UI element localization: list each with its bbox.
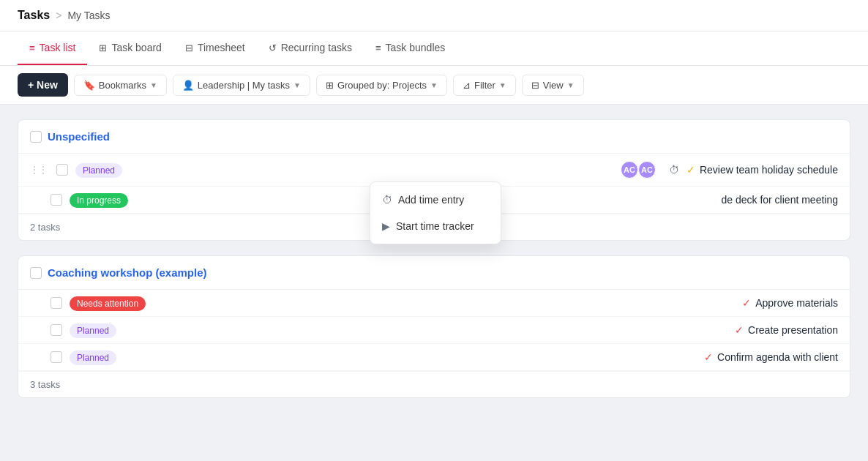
task-3-checkbox[interactable] (50, 297, 62, 309)
task-5-title: ✓ Confirm agenda with client (704, 351, 838, 363)
tab-task-bundles[interactable]: ≡ Task bundles (364, 31, 457, 65)
timesheet-icon: ⊟ (185, 42, 193, 53)
table-row: Planned ✓ Confirm agenda with client (18, 344, 850, 371)
new-button[interactable]: + New (18, 73, 68, 97)
checkmark-icon: ✓ (735, 324, 744, 336)
tab-recurring-tasks-label: Recurring tasks (281, 42, 352, 53)
group-coaching-checkbox[interactable] (30, 267, 42, 279)
bookmarks-button[interactable]: 🔖 Bookmarks ▼ (74, 75, 167, 96)
task-1-avatars: AC AC (621, 161, 656, 179)
task-3-status: Needs attention (70, 297, 157, 309)
grouped-icon: ⊞ (326, 80, 334, 91)
group-unspecified-title[interactable]: Unspecified (48, 130, 110, 143)
group-unspecified-checkbox[interactable] (30, 131, 42, 143)
toolbar: + New 🔖 Bookmarks ▼ 👤 Leadership | My ta… (0, 66, 868, 105)
group-unspecified-header: Unspecified (18, 120, 850, 154)
group-coaching-workshop: Coaching workshop (example) Needs attent… (18, 255, 850, 398)
add-time-entry-icon: ⏱ (382, 194, 392, 206)
context-chevron: ▼ (293, 81, 301, 89)
tab-timesheet-label: Timesheet (198, 42, 245, 53)
tab-task-board[interactable]: ⊞ Task board (87, 31, 173, 65)
avatar: AC (638, 161, 656, 179)
filter-icon: ⊿ (463, 80, 471, 91)
tabs-bar: ≡ Task list ⊞ Task board ⊟ Timesheet ↺ R… (0, 31, 868, 66)
filter-button[interactable]: ⊿ Filter ▼ (453, 75, 516, 96)
filter-label: Filter (474, 80, 495, 91)
status-badge: Planned (75, 163, 122, 178)
task-3-title-text: Approve materials (755, 297, 838, 309)
task-4-title: ✓ Create presentation (735, 324, 838, 336)
task-list-icon: ≡ (29, 42, 35, 53)
group-unspecified: Unspecified ⋮⋮ Planned AC AC ⏱ ✓ Review … (18, 119, 850, 241)
tab-task-bundles-label: Task bundles (386, 42, 446, 53)
view-label: View (543, 80, 564, 91)
add-time-entry-item[interactable]: ⏱ Add time entry (370, 187, 501, 213)
checkmark-icon: ✓ (686, 164, 695, 176)
task-5-checkbox[interactable] (50, 351, 62, 363)
bookmark-icon: 🔖 (83, 80, 95, 91)
task-1-status: Planned (75, 164, 163, 176)
task-3-title: ✓ Approve materials (742, 297, 838, 309)
task-2-title: de deck for client meeting (721, 194, 838, 206)
task-2-title-text: de deck for client meeting (721, 194, 838, 206)
status-badge: Needs attention (70, 296, 146, 311)
task-2-checkbox[interactable] (50, 194, 62, 206)
status-badge: Planned (70, 351, 116, 365)
context-label: Leadership | My tasks (198, 80, 290, 91)
grouped-label: Grouped by: Projects (337, 80, 427, 91)
time-dropdown-menu: ⏱ Add time entry ▶ Start time tracker (370, 181, 501, 244)
status-badge: In progress (70, 193, 128, 208)
context-button[interactable]: 👤 Leadership | My tasks ▼ (173, 75, 310, 96)
app-title: Tasks (18, 9, 50, 22)
recurring-tasks-icon: ↺ (269, 42, 277, 53)
task-1-title: ✓ Review team holiday schedule (686, 164, 838, 176)
start-time-tracker-label: Start time tracker (396, 220, 474, 232)
bookmarks-label: Bookmarks (99, 80, 146, 91)
filter-chevron: ▼ (499, 81, 506, 89)
avatar: AC (621, 161, 638, 179)
view-button[interactable]: ⊟ View ▼ (522, 75, 584, 96)
grouped-button[interactable]: ⊞ Grouped by: Projects ▼ (316, 75, 447, 96)
context-icon: 👤 (182, 80, 194, 91)
task-bundles-icon: ≡ (375, 42, 381, 53)
unspecified-tasks-count-text: 2 tasks (30, 222, 60, 233)
task-1-checkbox[interactable] (56, 164, 68, 176)
task-5-title-text: Confirm agenda with client (717, 351, 838, 363)
view-icon: ⊟ (531, 80, 539, 91)
tab-task-list[interactable]: ≡ Task list (18, 31, 87, 65)
tab-task-board-label: Task board (111, 42, 161, 53)
time-tracker-icon[interactable]: ⏱ (669, 164, 679, 176)
view-chevron: ▼ (567, 81, 575, 89)
breadcrumb-subtitle: My Tasks (67, 10, 110, 21)
task-4-title-text: Create presentation (748, 324, 838, 336)
breadcrumb-sep: > (56, 10, 61, 21)
main-content: Unspecified ⋮⋮ Planned AC AC ⏱ ✓ Review … (0, 105, 868, 461)
table-row: ⋮⋮ Planned AC AC ⏱ ✓ Review team holiday… (18, 154, 850, 187)
group-coaching-title[interactable]: Coaching workshop (example) (48, 266, 207, 279)
status-badge: Planned (70, 323, 116, 338)
table-row: Planned ✓ Create presentation (18, 317, 850, 344)
start-time-tracker-icon: ▶ (382, 220, 390, 232)
group-coaching-count: 3 tasks (18, 371, 850, 397)
drag-handle-icon[interactable]: ⋮⋮ (30, 165, 48, 175)
add-time-entry-label: Add time entry (398, 194, 464, 206)
checkmark-icon: ✓ (742, 297, 751, 309)
task-1-title-text: Review team holiday schedule (700, 164, 838, 176)
task-2-status: In progress (70, 194, 157, 206)
tab-recurring-tasks[interactable]: ↺ Recurring tasks (257, 31, 364, 65)
task-5-status: Planned (70, 351, 157, 363)
top-bar: Tasks > My Tasks (0, 0, 868, 31)
grouped-chevron: ▼ (430, 81, 438, 89)
coaching-tasks-count-text: 3 tasks (30, 379, 60, 390)
tab-timesheet[interactable]: ⊟ Timesheet (173, 31, 257, 65)
tab-task-list-label: Task list (40, 42, 76, 53)
table-row: Needs attention ✓ Approve materials (18, 290, 850, 317)
group-coaching-header: Coaching workshop (example) (18, 256, 850, 290)
task-4-status: Planned (70, 324, 157, 336)
task-board-icon: ⊞ (99, 42, 107, 53)
start-time-tracker-item[interactable]: ▶ Start time tracker (370, 213, 501, 239)
bookmarks-chevron: ▼ (150, 81, 157, 89)
checkmark-icon: ✓ (704, 351, 713, 363)
task-4-checkbox[interactable] (50, 324, 62, 336)
